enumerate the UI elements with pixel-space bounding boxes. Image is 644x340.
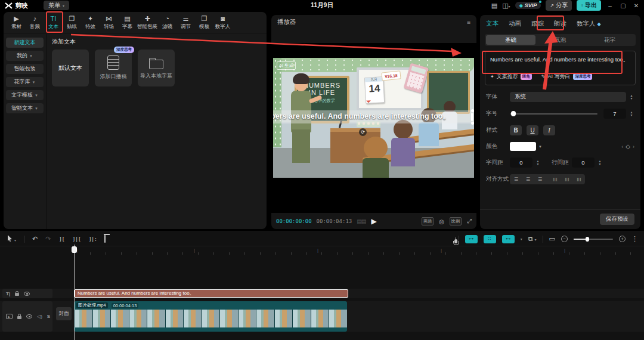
text-clip[interactable]: Numbers are useful. And numbers are inte… [74,289,348,298]
inspector-subtab[interactable]: 花字 [585,35,634,45]
toolbar-item[interactable]: ❒ 模板 [195,15,213,30]
zoom-out-button[interactable]: − [561,236,568,242]
playhead-line[interactable] [75,245,76,340]
sidebar-item[interactable]: 智能文本 ▼ [6,103,44,113]
toolbar-item[interactable]: ◙ 数字人 [213,15,232,30]
save-preset-button[interactable]: 保存预设 [600,214,634,225]
select-tool-button[interactable]: ▾ [7,235,16,243]
copy-reco-label[interactable]: 文案推荐 [497,73,518,81]
font-stepper[interactable]: ▲▼ [628,94,634,100]
ratio-button[interactable]: 比例 [450,217,462,225]
text-content-input[interactable]: Numbers are useful. And numbers are inte… [485,51,635,70]
sidebar-item[interactable]: 文字模板 ▼ [6,90,44,100]
preview-quality-icon[interactable]: ▤▤ [357,218,366,224]
video-preview[interactable]: NUMBERS IN LIFE 生活中的数字 九月 14 ¥16.18 [273,58,474,178]
linkage-toggle[interactable]: ∷ [484,235,496,243]
trim-right-button[interactable]: ]|: [88,236,97,242]
import-subtitle-card[interactable]: 导入本地字幕 [138,50,175,86]
inspector-subtab[interactable]: 气泡 [535,35,585,45]
toolbar-item[interactable]: TI 文本 [44,15,63,30]
slider-knob[interactable] [511,111,516,116]
export-button[interactable]: ↑ 导出 [577,0,601,11]
play-button[interactable]: ▶ [371,217,376,225]
inspector-tab[interactable]: 动画 ◆ [509,20,521,28]
menu-button[interactable]: 菜单 ▾ [44,1,69,10]
subtitle-text[interactable]: bers are useful. And numbers are interes… [273,112,474,122]
layout-panel-icon[interactable]: ◫▾ [502,2,510,10]
toolbar-item[interactable]: ⋈ 转场 [100,15,118,30]
trim-left-button[interactable]: ]|[ [72,236,80,242]
zoom-slider-knob[interactable] [586,237,589,242]
align-middle-button[interactable]: ☰ [563,174,571,184]
eye-icon[interactable] [26,314,32,319]
track-tool-dropdown[interactable]: ⧉ ▾ [528,235,537,243]
maximize-button[interactable]: ▢ [619,2,627,9]
viewfinder-icon[interactable]: ◎ [439,218,444,225]
align-center-button[interactable]: ☰ [523,175,533,183]
align-left-button[interactable]: ☰ [511,175,521,183]
undo-button[interactable]: ↶ [32,235,38,243]
timeline-ruler[interactable] [0,247,644,255]
eye-icon[interactable] [24,292,30,296]
letter-spacing-value[interactable]: 0 [510,157,532,168]
selection-handle-bar[interactable] [471,113,473,121]
toolbar-item[interactable]: ❐ 贴纸 [63,15,81,30]
inspector-tab[interactable]: 文本 ◆ [486,20,499,28]
minimize-button[interactable]: – [606,2,614,9]
toolbar-item[interactable]: ✚ 智能包装 [137,15,158,30]
screen-adapt-icon[interactable]: ▭ [549,235,555,243]
share-button[interactable]: ↗ 分享 [546,0,572,11]
fullscreen-icon[interactable]: ⤢ [467,218,472,225]
close-button[interactable]: ✕ [632,2,640,9]
selection-handle-dot[interactable] [471,122,474,125]
toolbar-item[interactable]: ⚌ 调节 [177,15,195,30]
inspector-subtab[interactable]: 基础 [486,35,535,45]
font-select[interactable]: 系统 [510,92,626,102]
more-options-icon[interactable]: ⋮ [631,235,638,243]
ai-voiceover-label[interactable]: AI 写旁白 [547,73,570,81]
timeline-zoom-slider[interactable] [574,239,613,240]
preview-axis-toggle[interactable]: ⊷ [502,235,515,243]
line-spacing-value[interactable]: 0 [572,157,595,168]
italic-button[interactable]: I [543,125,555,135]
video-clip[interactable]: 图片处理.mp4 00:00:04:13 [74,301,347,332]
inspector-tab[interactable]: 朗读 ◆ [554,20,566,28]
toolbar-item[interactable]: ♪ 音频 [26,15,44,30]
preset-nav[interactable]: ‹◇› [621,143,634,150]
subtitle-panel-icon[interactable]: ▤ [491,2,497,10]
chevron-down-icon[interactable]: ▾ [521,237,522,241]
toolbar-item[interactable]: ✦ 特效 [81,15,100,30]
toolbar-item[interactable]: ▤ 字幕 [118,15,137,30]
bold-button[interactable]: B [510,125,522,135]
align-right-button[interactable]: ☰ [535,175,545,183]
color-swatch[interactable] [510,142,536,151]
size-stepper[interactable]: ▲▼ [628,111,634,116]
inspector-tab[interactable]: 跟踪 ◆ [531,20,544,28]
align-top-button[interactable]: ☰ [551,174,559,184]
default-text-card[interactable]: 默认文本 [52,50,89,86]
delete-button[interactable] [104,236,106,242]
sidebar-item[interactable]: 智能包装 ▼ [6,64,44,74]
line-spacing-stepper[interactable]: ▲▼ [597,160,603,165]
align-bottom-button[interactable]: ☰ [575,174,583,184]
size-slider[interactable] [510,113,597,115]
letter-spacing-stepper[interactable]: ▲▼ [535,160,541,165]
player-menu-icon[interactable]: ≡ [467,18,470,26]
lock-icon[interactable] [15,293,19,296]
magnet-toggle[interactable]: ⊶ [465,235,478,243]
lock-icon[interactable] [17,316,21,319]
selection-handle-dot[interactable] [471,109,474,112]
playhead-handle[interactable] [72,246,77,253]
speaker-icon[interactable]: ◁) [37,314,42,319]
svip-badge[interactable]: ◆ SVIP [515,2,541,9]
sidebar-item[interactable]: 我的 ▼ [6,51,44,61]
cover-button[interactable]: 封面 [56,307,72,320]
sidebar-item[interactable]: 花字库 ▼ [6,77,44,87]
solo-icon[interactable]: S [47,314,50,319]
size-value[interactable]: 7 [603,109,626,119]
inspector-tab[interactable]: 数字人 ◆ [577,20,601,28]
redo-button[interactable]: ↷ [45,235,51,243]
zoom-in-button[interactable]: + [619,236,626,242]
split-button[interactable]: ][ [59,236,64,242]
toolbar-item[interactable]: ▶ 素材 [7,15,26,30]
